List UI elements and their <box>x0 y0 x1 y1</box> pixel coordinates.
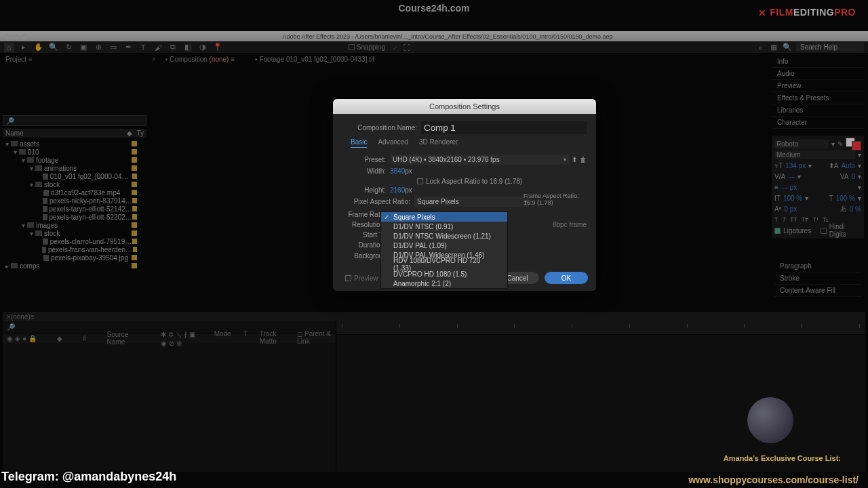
tab-3d-renderer[interactable]: 3D Renderer <box>419 138 458 148</box>
snapping-opt-icon[interactable]: ⟋ <box>390 43 399 52</box>
leading-input[interactable]: Auto <box>841 162 855 169</box>
par-option[interactable]: D1/DV NTSC (0.91) <box>381 222 507 231</box>
panel-stroke[interactable]: Stroke <box>774 272 861 285</box>
font-size-input[interactable]: 134 px <box>785 162 806 169</box>
workspace-icon[interactable]: ▦ <box>769 43 778 52</box>
comp-name-input[interactable] <box>421 121 587 134</box>
folder-row[interactable]: ▾stock <box>3 180 146 188</box>
panel-content-aware-fill[interactable]: Content-Aware Fill <box>774 285 861 297</box>
panel-libraries[interactable]: Libraries <box>772 104 864 117</box>
file-row[interactable]: pexels-clarrol-und-795190.jpg <box>3 237 146 245</box>
selection-tool-icon[interactable]: ▸ <box>19 43 28 52</box>
project-search-input[interactable]: 🔎 <box>3 115 146 126</box>
preset-delete-icon[interactable]: 🗑 <box>580 156 587 163</box>
chevron-down-icon[interactable]: ▾ <box>858 151 861 159</box>
par-option[interactable]: Anamorphic 2:1 (2) <box>381 279 507 288</box>
preview-checkbox[interactable] <box>345 275 351 281</box>
panel-preview[interactable]: Preview <box>772 80 864 92</box>
folder-row[interactable]: ▾footage <box>3 156 146 164</box>
preset-save-icon[interactable]: ⬆ <box>572 156 577 163</box>
solo-column-icon[interactable]: ● <box>22 335 26 342</box>
shape-tool-icon[interactable]: ▭ <box>108 43 118 52</box>
lock-aspect-checkbox[interactable] <box>417 178 423 184</box>
hindi-checkbox[interactable] <box>821 228 827 234</box>
file-row[interactable]: pexels-taryn-elliott-5214219.mp4 <box>3 205 146 213</box>
snapping-toggle[interactable]: Snapping ⟋ ⛶ <box>349 43 411 52</box>
pen-tool-icon[interactable]: ✒ <box>123 43 133 52</box>
stroke-swatch[interactable] <box>852 141 861 150</box>
faux-italic-icon[interactable]: T <box>783 216 787 223</box>
subscript-icon[interactable]: T₁ <box>823 216 829 223</box>
kerning-input[interactable]: — <box>788 173 795 180</box>
timeline-search-icon[interactable]: 🔎 <box>7 323 15 331</box>
timeline-ruler[interactable] <box>336 321 865 335</box>
font-weight-select[interactable]: Medium <box>774 150 855 159</box>
folder-row[interactable]: ▾010 <box>3 148 146 156</box>
source-name-column[interactable]: Source Name <box>107 331 141 346</box>
folder-row[interactable]: ▾images <box>3 221 146 229</box>
sync-icon[interactable]: » <box>755 43 765 52</box>
par-option[interactable]: D1/DV PAL (1.09) <box>381 241 507 250</box>
panel-character[interactable]: Character <box>772 117 864 129</box>
file-row[interactable]: d3f1ca92-acf783e.mp4 <box>3 188 146 197</box>
search-help-input[interactable]: Search Help <box>796 43 864 52</box>
width-input[interactable]: 3840 <box>390 167 405 175</box>
font-family-select[interactable]: Roboto <box>774 140 829 148</box>
ligatures-checkbox[interactable]: ✓ <box>774 228 781 234</box>
trackmatte-column[interactable]: Track Matte <box>260 330 285 347</box>
par-select[interactable]: Square Pixels▾ <box>414 197 530 207</box>
stroke-width-input[interactable]: — px <box>781 184 797 191</box>
ok-button[interactable]: OK <box>545 272 588 284</box>
folder-row[interactable]: ▸comps <box>3 262 146 270</box>
preset-select[interactable]: UHD (4K) • 3840x2160 • 23.976 fps▾ <box>390 155 569 165</box>
parent-column[interactable]: ◻ Parent & Link <box>297 330 332 347</box>
camera-tool-icon[interactable]: ▣ <box>79 43 88 52</box>
panel-audio[interactable]: Audio <box>772 68 864 80</box>
project-panel-tab[interactable]: Project ≡ <box>5 56 33 63</box>
switches-icons[interactable]: ✱ ✲ ＼ ⨍ ▣ ◉ ⊘ ⊕ <box>161 330 201 347</box>
panel-paragraph[interactable]: Paragraph <box>774 260 861 272</box>
t-column[interactable]: T <box>243 330 248 347</box>
eyedropper-icon[interactable]: ✎ <box>837 140 843 148</box>
hscale-input[interactable]: 100 % <box>836 195 855 202</box>
par-option[interactable]: D1/DV NTSC Widescreen (1.21) <box>381 231 507 241</box>
smallcaps-icon[interactable]: Tᴛ <box>802 216 809 223</box>
height-input[interactable]: 2160 <box>390 186 405 194</box>
panel-info[interactable]: Info <box>772 56 864 68</box>
par-option[interactable]: Square Pixels✓ <box>381 212 507 222</box>
baseline-input[interactable]: 0 px <box>784 205 797 213</box>
label-column-icon[interactable]: ◆ <box>57 335 62 342</box>
eraser-tool-icon[interactable]: ◧ <box>183 43 193 52</box>
tracking-input[interactable]: 0 <box>851 173 855 180</box>
timeline-tab[interactable]: (none) <box>11 313 31 321</box>
vscale-input[interactable]: 100 % <box>783 195 802 202</box>
close-icon[interactable]: × <box>152 56 156 63</box>
file-row[interactable]: pexels-pixabay-39504.jpg <box>3 253 146 262</box>
snapping-opt2-icon[interactable]: ⛶ <box>401 43 411 52</box>
clone-tool-icon[interactable]: ⧉ <box>168 43 178 52</box>
tab-basic[interactable]: Basic <box>351 138 367 148</box>
file-row[interactable]: pexels-nicky-pen-8379141.mp4 <box>3 197 146 205</box>
file-row[interactable]: 010_v01 fg02_[0000-0433].tif <box>3 172 146 180</box>
project-column-name[interactable]: Name <box>5 129 24 137</box>
pan-behind-icon[interactable]: ⊕ <box>94 43 103 52</box>
par-option[interactable]: HDV 1080/DVCPRO HD 720 (1.33) <box>381 260 507 269</box>
mode-column[interactable]: Mode <box>214 330 231 347</box>
tab-advanced[interactable]: Advanced <box>378 138 408 148</box>
label-column-icon[interactable]: ◆ <box>127 129 132 137</box>
faux-bold-icon[interactable]: T <box>774 216 778 223</box>
type-column-icon[interactable]: Ty <box>136 129 144 137</box>
text-tool-icon[interactable]: T <box>138 43 148 52</box>
chevron-down-icon[interactable]: ▾ <box>831 140 835 148</box>
file-row[interactable]: pexels-frans-van-heerden-802112.jpg <box>3 245 146 253</box>
roto-tool-icon[interactable]: ◑ <box>198 43 208 52</box>
tsume-input[interactable]: 0 % <box>850 205 861 213</box>
rotate-tool-icon[interactable]: ↻ <box>64 43 73 52</box>
folder-row[interactable]: ▾assets <box>3 140 146 148</box>
hand-tool-icon[interactable]: ✋ <box>34 43 43 52</box>
brush-tool-icon[interactable]: 🖌 <box>153 43 163 52</box>
panel-effects-presets[interactable]: Effects & Presets <box>772 92 864 104</box>
eye-column-icon[interactable]: ◉ <box>7 335 13 342</box>
file-row[interactable]: pexels-taryn-elliott-5220259.mp4 <box>3 213 146 221</box>
folder-row[interactable]: ▾animations <box>3 164 146 172</box>
